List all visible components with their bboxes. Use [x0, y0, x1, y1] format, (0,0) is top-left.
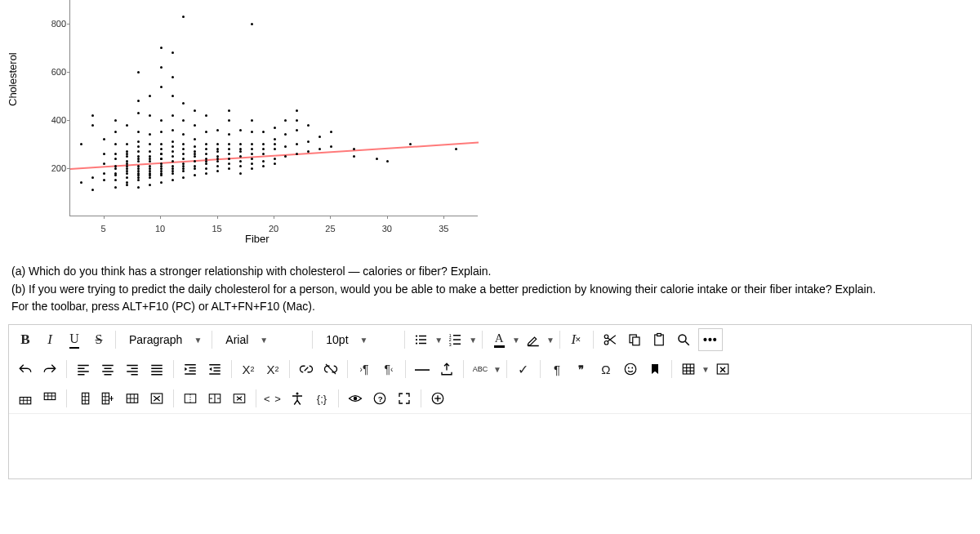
font-family-select[interactable]: Arial ▼	[217, 328, 307, 351]
align-right-button[interactable]	[121, 358, 144, 380]
align-left-button[interactable]	[72, 358, 95, 380]
data-point	[239, 155, 242, 158]
show-paragraph-button[interactable]: ¶	[546, 358, 568, 380]
link-button[interactable]	[295, 358, 318, 380]
delete-table-button[interactable]	[711, 358, 734, 380]
scissors-icon	[603, 332, 617, 347]
align-center-button[interactable]	[96, 358, 119, 380]
copy-button[interactable]	[623, 328, 646, 351]
ltr-button[interactable]: ›¶	[353, 358, 376, 380]
data-point	[262, 160, 265, 162]
block-format-select[interactable]: Paragraph ▼	[121, 328, 207, 351]
editor-content-area[interactable]	[9, 413, 971, 478]
add-button[interactable]	[426, 387, 449, 410]
code-block-button[interactable]: {;}	[310, 387, 333, 410]
emoji-button[interactable]	[619, 358, 642, 380]
svg-rect-30	[105, 374, 112, 376]
data-point	[228, 158, 230, 160]
blockquote-button[interactable]: ❞	[570, 358, 593, 380]
block-format-label: Paragraph	[129, 333, 182, 346]
fullscreen-button[interactable]	[393, 387, 416, 410]
redo-button[interactable]	[38, 358, 61, 380]
data-point	[194, 109, 196, 112]
chevron-down-icon[interactable]: ▼	[702, 365, 710, 374]
find-button[interactable]	[672, 328, 695, 351]
upload-icon	[439, 362, 454, 376]
data-point	[205, 162, 207, 165]
horizontal-rule-button[interactable]: —	[411, 358, 434, 380]
numbered-list-button[interactable]: 123	[444, 328, 467, 351]
data-point	[194, 160, 196, 162]
bullet-list-button[interactable]	[410, 328, 433, 351]
align-left-icon	[76, 362, 91, 376]
delete-col-button[interactable]	[145, 387, 168, 410]
data-point	[228, 162, 230, 165]
insert-col-left-button[interactable]	[72, 387, 95, 410]
data-point	[91, 176, 94, 179]
paste-button[interactable]	[648, 328, 670, 351]
align-justify-button[interactable]	[145, 358, 168, 380]
chevron-down-icon[interactable]: ▼	[493, 365, 501, 374]
preview-button[interactable]	[344, 387, 367, 410]
chevron-down-icon[interactable]: ▼	[469, 336, 477, 345]
text-color-button[interactable]: A	[488, 328, 510, 351]
code-button[interactable]: < >	[261, 387, 284, 410]
outdent-button[interactable]	[203, 358, 226, 380]
chevron-down-icon[interactable]: ▼	[434, 336, 443, 345]
more-options-button[interactable]: •••	[698, 328, 723, 351]
x-axis-label: Fiber	[245, 233, 270, 245]
split-cells-button[interactable]	[203, 387, 226, 410]
data-point	[137, 172, 140, 175]
data-point	[194, 145, 196, 148]
font-size-select[interactable]: 10pt ▼	[318, 328, 399, 351]
insert-row-below-button[interactable]	[38, 387, 61, 410]
cut-button[interactable]	[599, 328, 621, 351]
accessibility-button[interactable]	[286, 387, 309, 410]
data-point	[205, 172, 207, 175]
insert-col-right-button[interactable]	[96, 387, 119, 410]
svg-rect-40	[189, 367, 196, 369]
superscript-button[interactable]: X2	[237, 358, 260, 380]
cell-props-button[interactable]	[228, 387, 251, 410]
spellcheck-button[interactable]: ABC	[469, 358, 492, 380]
special-char-button[interactable]: Ω	[595, 358, 617, 380]
data-point	[137, 167, 140, 170]
x-tick-label: 5	[101, 224, 106, 234]
indent-button[interactable]	[179, 358, 202, 380]
bookmark-button[interactable]	[644, 358, 666, 380]
svg-point-21	[679, 335, 686, 342]
italic-button[interactable]: I	[38, 328, 61, 351]
data-point	[194, 155, 196, 158]
data-point	[182, 119, 185, 122]
highlight-color-button[interactable]	[522, 328, 545, 351]
merge-cells-button[interactable]	[179, 387, 202, 410]
chevron-down-icon[interactable]: ▼	[512, 336, 520, 345]
separator	[256, 389, 256, 407]
unlink-button[interactable]	[319, 358, 342, 380]
delete-row-button[interactable]	[121, 387, 144, 410]
chevron-down-icon[interactable]: ▼	[546, 336, 555, 345]
underline-button[interactable]: U	[63, 328, 86, 351]
help-button[interactable]: ?	[368, 387, 391, 410]
smile-icon	[623, 362, 638, 376]
insert-file-button[interactable]	[435, 358, 458, 380]
data-point	[251, 162, 253, 165]
checkmark-button[interactable]: ✓	[512, 358, 535, 380]
undo-button[interactable]	[14, 358, 37, 380]
insert-row-above-button[interactable]	[14, 387, 37, 410]
data-point	[137, 179, 140, 181]
data-point	[194, 138, 196, 140]
scatter-chart: Cholesterol 2004006008005101520253035 Fi…	[0, 0, 490, 245]
svg-rect-4	[419, 339, 426, 340]
data-point	[194, 153, 196, 155]
table-button[interactable]	[677, 358, 700, 380]
clear-formatting-button[interactable]: I✕	[565, 328, 588, 351]
bold-button[interactable]: B	[14, 328, 37, 351]
data-point	[205, 148, 207, 150]
subscript-button[interactable]: X2	[261, 358, 284, 380]
data-point	[160, 66, 163, 69]
strikethrough-button[interactable]: S	[87, 328, 110, 351]
svg-rect-41	[189, 371, 196, 372]
data-point	[274, 127, 276, 129]
rtl-button[interactable]: ¶‹	[377, 358, 400, 380]
